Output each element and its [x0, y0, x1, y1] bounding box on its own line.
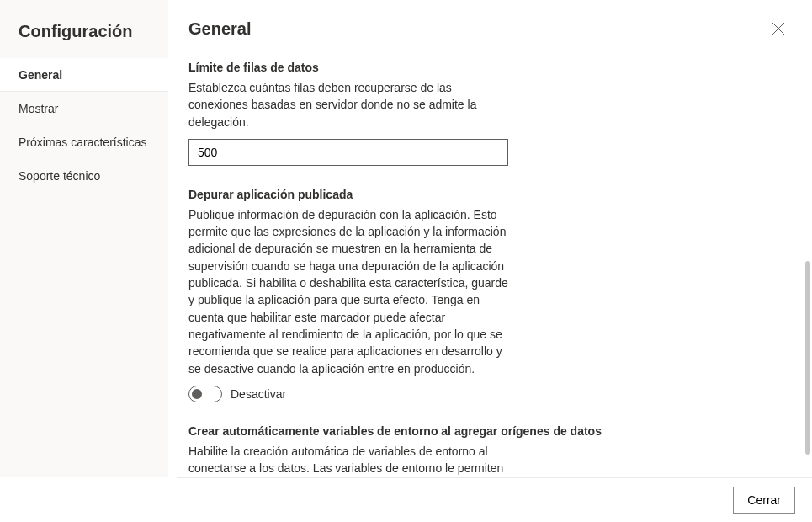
debug-published-toggle-label: Desactivar [231, 387, 286, 401]
scrollbar-thumb[interactable] [805, 261, 810, 455]
content-pane: General Límite de filas de datos Estable… [168, 0, 812, 477]
section-title-data-row-limit: Límite de filas de datos [188, 61, 687, 74]
sidebar-item-general[interactable]: General [0, 58, 168, 92]
section-desc-auto-env-vars: Habilite la creación automática de varia… [188, 443, 508, 477]
section-desc-data-row-limit: Establezca cuántas filas deben recuperar… [188, 79, 508, 130]
page-title: General [188, 19, 251, 39]
sidebar-item-mostrar[interactable]: Mostrar [0, 92, 168, 125]
sidebar-title: Configuración [0, 22, 168, 58]
data-row-limit-input[interactable] [188, 139, 508, 166]
section-data-row-limit: Límite de filas de datos Establezca cuán… [188, 61, 687, 166]
settings-sidebar: Configuración General Mostrar Próximas c… [0, 0, 168, 477]
section-desc-debug-published: Publique información de depuración con l… [188, 206, 508, 377]
close-dialog-button[interactable]: Cerrar [733, 487, 795, 514]
sidebar-item-proximas-caracteristicas[interactable]: Próximas características [0, 125, 168, 159]
section-debug-published: Depurar aplicación publicada Publique in… [188, 188, 687, 402]
debug-published-toggle[interactable] [188, 386, 222, 402]
close-icon [772, 22, 785, 35]
sidebar-item-soporte-tecnico[interactable]: Soporte técnico [0, 159, 168, 193]
settings-scroll-area[interactable]: Límite de filas de datos Establezca cuán… [168, 40, 707, 477]
section-title-debug-published: Depurar aplicación publicada [188, 188, 687, 201]
dialog-footer: Cerrar [177, 477, 812, 522]
section-title-auto-env-vars: Crear automáticamente variables de entor… [188, 424, 687, 438]
close-button[interactable] [765, 15, 792, 42]
section-auto-env-vars: Crear automáticamente variables de entor… [188, 424, 687, 477]
